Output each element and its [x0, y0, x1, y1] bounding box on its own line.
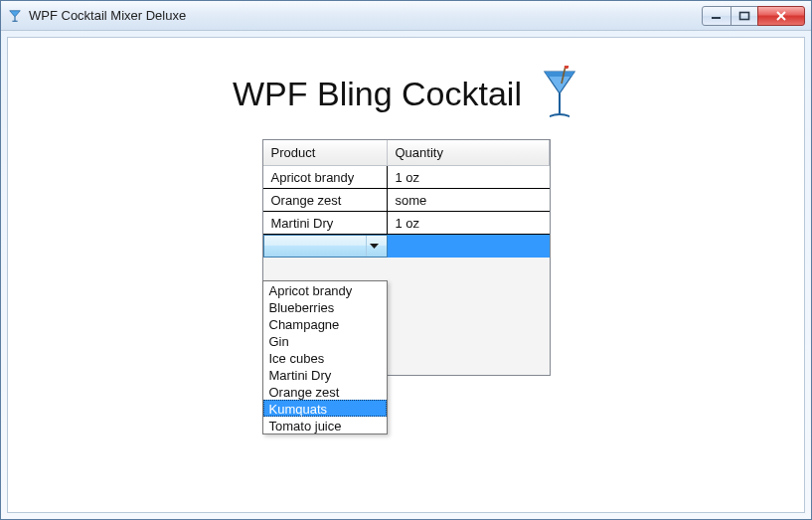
cell-product[interactable]: Orange zest: [263, 189, 388, 211]
dropdown-item[interactable]: Champagne: [263, 315, 387, 332]
dropdown-item[interactable]: Blueberries: [263, 298, 387, 315]
datagrid-container: Product Quantity Apricot brandy 1 oz Ora…: [262, 139, 551, 376]
header-quantity[interactable]: Quantity: [388, 140, 550, 166]
product-combobox[interactable]: [263, 235, 388, 258]
page-title: WPF Bling Cocktail: [233, 75, 522, 113]
header-product[interactable]: Product: [263, 140, 388, 166]
heading-row: WPF Bling Cocktail: [38, 66, 774, 121]
dropdown-item[interactable]: Apricot brandy: [263, 281, 387, 298]
dropdown-item[interactable]: Tomato juice: [263, 417, 387, 433]
svg-rect-3: [740, 12, 749, 19]
titlebar[interactable]: WPF Cocktail Mixer Deluxe: [1, 1, 811, 31]
dropdown-item-highlighted[interactable]: Kumquats: [263, 400, 387, 417]
datagrid-header: Product Quantity: [263, 140, 550, 166]
close-button[interactable]: [757, 6, 805, 26]
dropdown-item[interactable]: Ice cubes: [263, 349, 387, 366]
cocktail-icon: [540, 66, 579, 121]
svg-rect-2: [712, 17, 721, 19]
window-controls: [702, 6, 805, 26]
client-area: WPF Bling Cocktail Product Quantity: [7, 37, 805, 513]
cell-product[interactable]: Martini Dry: [263, 212, 388, 234]
window-title: WPF Cocktail Mixer Deluxe: [29, 8, 702, 23]
product-dropdown[interactable]: Apricot brandy Blueberries Champagne Gin…: [262, 280, 388, 434]
cell-product[interactable]: Apricot brandy: [263, 166, 388, 188]
table-row[interactable]: Orange zest some: [263, 189, 550, 212]
maximize-button[interactable]: [731, 6, 758, 26]
cell-quantity[interactable]: 1 oz: [388, 166, 550, 188]
new-row[interactable]: [263, 235, 550, 258]
cell-quantity[interactable]: 1 oz: [388, 212, 550, 234]
chevron-down-icon[interactable]: [366, 236, 383, 257]
dropdown-item[interactable]: Orange zest: [263, 383, 387, 400]
dropdown-item[interactable]: Gin: [263, 332, 387, 349]
dropdown-item[interactable]: Martini Dry: [263, 366, 387, 383]
app-window: WPF Cocktail Mixer Deluxe WPF Bling Cock…: [0, 0, 812, 520]
app-icon: [7, 8, 23, 24]
minimize-button[interactable]: [702, 6, 731, 26]
table-row[interactable]: Apricot brandy 1 oz: [263, 166, 550, 189]
cell-quantity[interactable]: some: [388, 189, 550, 211]
table-row[interactable]: Martini Dry 1 oz: [263, 212, 550, 235]
cell-quantity-selected[interactable]: [388, 235, 550, 258]
